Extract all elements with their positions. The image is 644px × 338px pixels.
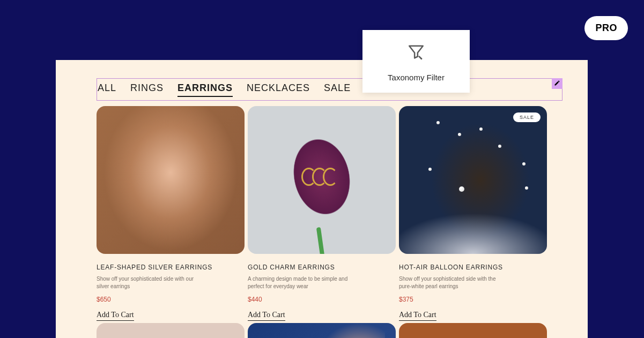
product-description: Show off your sophisticated side with th… bbox=[399, 275, 506, 290]
product-image bbox=[97, 106, 245, 254]
filter-icon bbox=[407, 43, 425, 63]
product-card[interactable]: SALE HOT-AIR BALLOON EARRINGS Show off y… bbox=[399, 106, 547, 321]
product-description: Show off your sophisticated side with ou… bbox=[97, 275, 204, 290]
tab-all[interactable]: ALL bbox=[98, 82, 116, 97]
tab-rings[interactable]: RINGS bbox=[130, 82, 164, 97]
svg-point-0 bbox=[421, 58, 423, 59]
product-card[interactable]: LEAF-SHAPED SILVER EARRINGS Show off you… bbox=[97, 106, 245, 321]
product-grid: LEAF-SHAPED SILVER EARRINGS Show off you… bbox=[97, 106, 562, 321]
product-price: $650 bbox=[97, 296, 245, 303]
add-to-cart-button[interactable]: Add To Cart bbox=[399, 311, 436, 321]
pro-badge: PRO bbox=[584, 16, 628, 40]
page-canvas: ALL RINGS EARRINGS NECKLACES SALE NEW LE… bbox=[56, 60, 588, 338]
product-image[interactable] bbox=[248, 323, 396, 338]
product-card[interactable]: GOLD CHARM EARRINGS A charming design ma… bbox=[248, 106, 396, 321]
product-title: GOLD CHARM EARRINGS bbox=[248, 264, 396, 271]
taxonomy-filter-card[interactable]: Taxonomy Filter bbox=[362, 30, 470, 93]
product-image[interactable] bbox=[97, 323, 245, 338]
tab-necklaces[interactable]: NECKLACES bbox=[247, 82, 310, 97]
product-price: $440 bbox=[248, 296, 396, 303]
product-image: SALE bbox=[399, 106, 547, 254]
add-to-cart-button[interactable]: Add To Cart bbox=[248, 311, 285, 321]
category-filter-tabs: ALL RINGS EARRINGS NECKLACES SALE NEW bbox=[98, 82, 389, 97]
product-image[interactable] bbox=[399, 323, 547, 338]
sale-badge: SALE bbox=[513, 112, 541, 122]
product-image bbox=[248, 106, 396, 254]
product-title: HOT-AIR BALLOON EARRINGS bbox=[399, 264, 547, 271]
edit-element-button[interactable] bbox=[552, 78, 562, 89]
product-grid-row2 bbox=[97, 323, 562, 338]
taxonomy-filter-label: Taxonomy Filter bbox=[388, 73, 445, 82]
add-to-cart-button[interactable]: Add To Cart bbox=[97, 311, 134, 321]
product-price: $375 bbox=[399, 296, 547, 303]
pencil-icon bbox=[554, 79, 560, 88]
tab-sale[interactable]: SALE bbox=[324, 82, 351, 97]
tab-earrings[interactable]: EARRINGS bbox=[177, 82, 233, 97]
product-description: A charming design made to be simple and … bbox=[248, 275, 355, 290]
product-title: LEAF-SHAPED SILVER EARRINGS bbox=[97, 264, 245, 271]
